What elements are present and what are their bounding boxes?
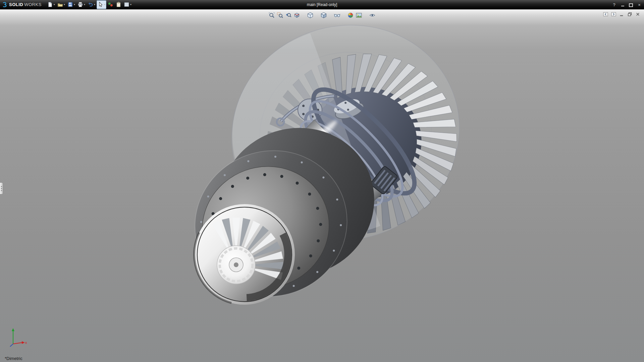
engine-model[interactable] <box>0 9 644 362</box>
zoom-to-fit-button[interactable] <box>268 11 276 19</box>
spinner-hub <box>217 246 255 284</box>
minimize-icon <box>621 3 624 6</box>
apply-scene-button[interactable] <box>355 11 363 19</box>
undo-button[interactable]: ▾ <box>87 0 96 9</box>
save-icon <box>67 2 73 7</box>
selection-filter-icon <box>108 2 113 7</box>
clipboard-icon <box>116 2 121 7</box>
logo-text-solid: SOLID <box>9 2 23 7</box>
minimize-child-icon <box>619 12 624 17</box>
document-title: main [Read-only] <box>307 2 337 7</box>
new-document-dropdown-caret[interactable]: ▾ <box>54 3 55 6</box>
selection-filter-button[interactable] <box>107 0 114 9</box>
new-document-icon <box>47 2 53 7</box>
view-settings-button[interactable] <box>368 11 377 19</box>
view-orientation-label: *Dimetric <box>5 356 22 361</box>
display-style-button[interactable] <box>320 11 328 19</box>
solidworks-logo: SOLIDWORKS <box>0 2 46 8</box>
edit-appearance-icon <box>347 12 354 18</box>
view-orientation-button[interactable] <box>306 11 315 19</box>
help-button[interactable]: ? <box>612 3 616 7</box>
pane-next-button[interactable] <box>611 11 616 17</box>
ds-logo-icon <box>2 2 8 8</box>
save-button[interactable]: ▾ <box>66 0 76 9</box>
print-dropdown-caret[interactable]: ▾ <box>84 3 85 6</box>
save-dropdown-caret[interactable]: ▾ <box>74 3 75 6</box>
orientation-triad[interactable]: x <box>8 327 28 349</box>
hide-show-items-icon <box>334 12 340 18</box>
mdi-window-controls <box>603 11 641 17</box>
headsup-view-toolbar <box>268 11 377 19</box>
titlebar: SOLIDWORKS ▾▾▾▾▾▾▾ main [Read-only] ? × <box>0 0 644 9</box>
undo-icon <box>88 2 93 7</box>
print-icon <box>77 2 83 7</box>
options-dropdown-caret[interactable]: ▾ <box>130 3 131 6</box>
graphics-viewport[interactable]: x *Dimetric <box>0 9 644 362</box>
pane-previous-button[interactable] <box>603 11 608 17</box>
restore-button[interactable] <box>629 3 633 7</box>
close-child-icon <box>635 12 640 17</box>
previous-view-button[interactable] <box>284 11 293 19</box>
restore-child-icon <box>627 12 632 17</box>
close-button[interactable]: × <box>637 3 641 7</box>
view-settings-icon <box>369 12 376 18</box>
pane-next-icon <box>611 12 616 17</box>
window-controls: ? × <box>612 0 641 9</box>
minimize-child-button[interactable] <box>619 11 625 17</box>
close-child-button[interactable] <box>635 11 641 17</box>
display-style-icon <box>321 12 327 18</box>
options-icon <box>124 2 129 7</box>
select-dropdown-caret[interactable]: ▾ <box>104 3 105 6</box>
edit-appearance-button[interactable] <box>346 11 355 19</box>
open-dropdown-caret[interactable]: ▾ <box>64 3 65 6</box>
main-toolbar: ▾▾▾▾▾▾▾ <box>46 0 132 9</box>
solidworks-window: SOLIDWORKS ▾▾▾▾▾▾▾ main [Read-only] ? × <box>0 0 644 362</box>
restore-icon <box>629 3 633 7</box>
grip-dot <box>1 188 2 189</box>
print-button[interactable]: ▾ <box>76 0 86 9</box>
section-view-button[interactable] <box>293 11 301 19</box>
zoom-to-fit-icon <box>269 12 275 18</box>
section-view-icon <box>294 12 300 18</box>
logo-text-works: WORKS <box>24 2 42 7</box>
feature-panel-collapsed-tab[interactable] <box>0 182 3 194</box>
apply-scene-icon <box>356 12 362 18</box>
select-button[interactable]: ▾ <box>97 0 106 9</box>
minimize-button[interactable] <box>621 3 625 6</box>
zoom-to-area-button[interactable] <box>276 11 284 19</box>
new-document-button[interactable]: ▾ <box>46 0 56 9</box>
open-button[interactable]: ▾ <box>56 0 66 9</box>
open-icon <box>57 2 63 7</box>
hide-show-items-button[interactable] <box>333 11 341 19</box>
options-button[interactable]: ▾ <box>123 0 132 9</box>
pane-previous-icon <box>603 12 608 17</box>
clipboard-button[interactable] <box>115 0 122 9</box>
zoom-to-area-icon <box>277 12 283 18</box>
view-orientation-icon <box>307 12 314 18</box>
grip-dot <box>1 186 2 187</box>
restore-child-button[interactable] <box>627 11 633 17</box>
grip-dot <box>1 190 2 191</box>
select-icon <box>98 2 103 7</box>
triad-x-label: x <box>25 341 27 345</box>
undo-dropdown-caret[interactable]: ▾ <box>94 3 95 6</box>
previous-view-icon <box>285 12 292 18</box>
